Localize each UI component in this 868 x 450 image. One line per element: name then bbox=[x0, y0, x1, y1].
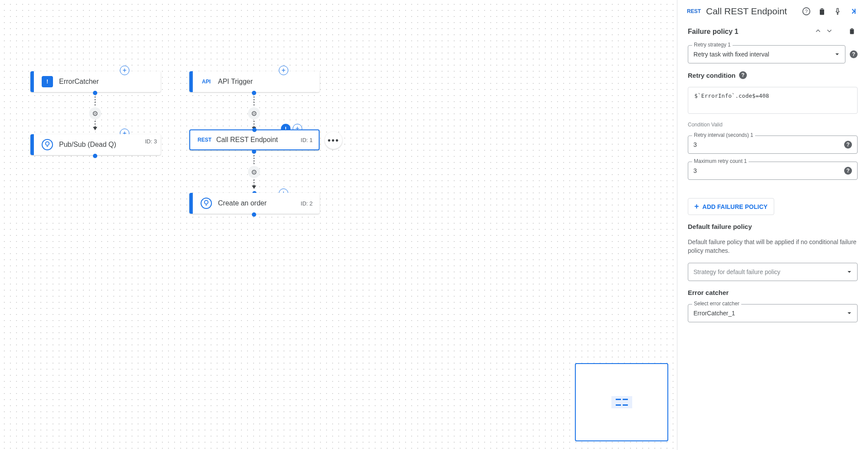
more-actions-button[interactable]: ••• bbox=[325, 132, 342, 149]
select-placeholder: Strategy for default failure policy bbox=[693, 268, 843, 275]
field-label: Retry strategy 1 bbox=[692, 42, 733, 48]
help-icon[interactable]: ? bbox=[844, 167, 852, 175]
node-rest-endpoint[interactable]: REST Call REST Endpoint ID: 1 bbox=[189, 129, 320, 150]
pin-button[interactable] bbox=[832, 6, 843, 17]
node-label: ErrorCatcher bbox=[59, 78, 154, 86]
select-value: ErrorCatcher_1 bbox=[693, 310, 843, 317]
minimap-content bbox=[611, 396, 632, 408]
side-panel: REST Call REST Endpoint ? Failure policy… bbox=[677, 0, 868, 450]
svg-point-1 bbox=[205, 200, 208, 204]
retry-strategy-select[interactable]: Retry task with fixed interval bbox=[688, 45, 845, 63]
field-label: Maximum retry count 1 bbox=[692, 158, 749, 164]
help-circle-icon: ? bbox=[802, 7, 811, 16]
error-catcher-select[interactable]: ErrorCatcher_1 bbox=[688, 304, 858, 322]
canvas[interactable]: ! ErrorCatcher + ⚙ + Pub/Sub (Dead Q) ID… bbox=[0, 0, 677, 450]
node-label: Pub/Sub (Dead Q) bbox=[59, 141, 154, 149]
retry-condition-label: Retry condition ? bbox=[688, 71, 858, 79]
node-label: Call REST Endpoint bbox=[216, 136, 297, 144]
delete-policy-button[interactable] bbox=[846, 26, 858, 37]
node-label: API Trigger bbox=[218, 78, 313, 86]
move-up-button[interactable] bbox=[812, 26, 824, 37]
add-failure-policy-button[interactable]: + ADD FAILURE POLICY bbox=[688, 198, 774, 215]
max-retry-input[interactable]: 3 ? bbox=[688, 162, 858, 180]
pubsub-icon bbox=[42, 139, 53, 150]
api-icon: API bbox=[201, 76, 212, 87]
help-icon[interactable]: ? bbox=[850, 50, 858, 58]
collapse-icon bbox=[849, 7, 858, 16]
minimap[interactable] bbox=[575, 363, 668, 441]
node-id-pubsub: ID: 3 bbox=[145, 138, 157, 145]
select-value: Retry task with fixed interval bbox=[693, 51, 831, 58]
button-label: ADD FAILURE POLICY bbox=[703, 203, 768, 210]
default-policy-title: Default failure policy bbox=[688, 223, 858, 230]
chevron-down-icon bbox=[825, 27, 833, 35]
dropdown-icon bbox=[847, 311, 852, 316]
node-label: Create an order bbox=[218, 199, 297, 207]
default-strategy-select[interactable]: Strategy for default failure policy bbox=[688, 263, 858, 281]
dropdown-icon bbox=[835, 52, 840, 57]
panel-title: Call REST Endpoint bbox=[706, 6, 796, 17]
node-error-catcher[interactable]: ! ErrorCatcher bbox=[30, 71, 161, 92]
retry-condition-input[interactable]: $`ErrorInfo`.code$=408 bbox=[688, 87, 858, 114]
default-policy-desc: Default failure policy that will be appl… bbox=[688, 238, 858, 255]
node-api-trigger[interactable]: API API Trigger bbox=[189, 71, 320, 92]
delete-button[interactable] bbox=[817, 6, 827, 17]
retry-interval-input[interactable]: 3 ? bbox=[688, 136, 858, 154]
section-title: Failure policy 1 bbox=[688, 28, 812, 36]
trash-icon bbox=[848, 27, 856, 35]
help-icon[interactable]: ? bbox=[844, 141, 852, 149]
plus-icon: + bbox=[694, 202, 699, 211]
add-above-api-trigger[interactable]: + bbox=[279, 66, 288, 75]
move-down-button[interactable] bbox=[824, 26, 835, 37]
svg-point-0 bbox=[46, 142, 49, 145]
gear-icon[interactable]: ⚙ bbox=[89, 107, 101, 119]
rest-icon: REST bbox=[199, 134, 210, 146]
bulb-icon bbox=[43, 140, 52, 149]
chevron-up-icon bbox=[814, 27, 822, 35]
error-icon: ! bbox=[42, 76, 53, 87]
condition-status: Condition Valid bbox=[688, 122, 858, 128]
error-catcher-title: Error catcher bbox=[688, 289, 858, 296]
dropdown-icon bbox=[847, 269, 852, 275]
order-icon bbox=[201, 198, 212, 209]
trash-icon bbox=[818, 7, 826, 16]
node-id: ID: 2 bbox=[301, 200, 313, 207]
bulb-icon bbox=[202, 199, 211, 208]
input-value: 3 bbox=[693, 141, 841, 148]
field-label: Retry interval (seconds) 1 bbox=[692, 132, 755, 138]
node-create-order[interactable]: Create an order ID: 2 bbox=[189, 193, 320, 214]
add-above-error-catcher[interactable]: + bbox=[120, 66, 129, 75]
node-id: ID: 1 bbox=[301, 137, 313, 143]
pin-icon bbox=[833, 7, 842, 16]
field-label: Select error catcher bbox=[692, 301, 741, 307]
gear-icon[interactable]: ⚙ bbox=[248, 166, 260, 178]
svg-text:?: ? bbox=[805, 9, 808, 14]
help-button[interactable]: ? bbox=[801, 6, 812, 17]
input-value: 3 bbox=[693, 167, 841, 174]
help-icon[interactable]: ? bbox=[739, 71, 747, 79]
collapse-panel-button[interactable] bbox=[848, 6, 858, 17]
panel-header: REST Call REST Endpoint ? bbox=[677, 0, 868, 23]
rest-icon: REST bbox=[687, 8, 701, 14]
failure-policy-header: Failure policy 1 bbox=[688, 26, 858, 37]
node-pubsub[interactable]: Pub/Sub (Dead Q) bbox=[30, 134, 161, 155]
gear-icon[interactable]: ⚙ bbox=[248, 107, 260, 119]
